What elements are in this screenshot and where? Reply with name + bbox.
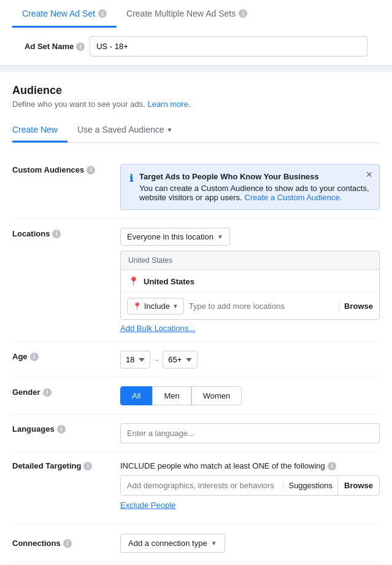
tab-create-multiple-ad-sets[interactable]: Create Multiple New Ad Sets i	[117, 0, 257, 28]
custom-audiences-banner: ℹ Target Ads to People Who Know Your Bus…	[120, 164, 380, 210]
audience-tabs: Create New Use a Saved Audience ▼	[12, 119, 380, 143]
info-banner-text: Target Ads to People Who Know Your Busin…	[139, 172, 371, 202]
learn-more-link[interactable]: Learn more.	[147, 99, 190, 109]
detailed-targeting-content: INCLUDE people who match at least ONE of…	[120, 461, 380, 510]
custom-audiences-content: ℹ Target Ads to People Who Know Your Bus…	[120, 164, 380, 210]
locations-info-icon[interactable]: i	[52, 230, 61, 238]
location-pin-icon: 📍	[128, 276, 139, 286]
location-add-row: 📍 Include ▼ Browse	[121, 293, 379, 319]
gender-info-icon[interactable]: i	[43, 388, 52, 397]
ad-set-name-row: Ad Set Name i	[12, 28, 380, 65]
detailed-targeting-subtitle-info[interactable]: i	[328, 462, 336, 470]
include-dropdown[interactable]: 📍 Include ▼	[127, 298, 184, 314]
languages-info-icon[interactable]: i	[57, 425, 66, 434]
info-banner-icon: ℹ	[129, 173, 133, 202]
gender-women-button[interactable]: Women	[191, 386, 242, 405]
location-search-input[interactable]	[189, 300, 334, 312]
detailed-targeting-info-icon[interactable]: i	[83, 462, 92, 470]
detailed-targeting-subtitle: INCLUDE people who match at least ONE of…	[120, 461, 380, 470]
include-dropdown-chevron: ▼	[172, 303, 179, 310]
gender-content: All Men Women	[120, 386, 380, 405]
locations-label: Locations i	[12, 228, 110, 238]
ad-set-name-label: Ad Set Name i	[25, 42, 85, 51]
ad-set-name-info-icon[interactable]: i	[76, 42, 85, 51]
ad-set-name-input[interactable]	[90, 36, 367, 56]
location-box: United States 📍 United States 📍 Include …	[120, 251, 380, 320]
connections-info-icon[interactable]: i	[63, 539, 72, 548]
saved-audience-chevron: ▼	[167, 127, 173, 133]
locations-content: Everyone in this location ▼ United State…	[120, 228, 380, 333]
age-row: Age i 18 - 65+	[12, 342, 380, 378]
connections-label: Connections i	[12, 539, 110, 548]
tab-saved-audience[interactable]: Use a Saved Audience ▼	[77, 119, 183, 142]
custom-audiences-row: Custom Audiences i ℹ Target Ads to Peopl…	[12, 155, 380, 219]
locations-row: Locations i Everyone in this location ▼ …	[12, 219, 380, 342]
location-browse-button[interactable]: Browse	[339, 302, 373, 311]
age-max-select[interactable]: 65+	[163, 351, 198, 368]
custom-audiences-info-icon[interactable]: i	[86, 166, 95, 174]
save-section: Save This Audience	[12, 562, 380, 565]
age-info-icon[interactable]: i	[30, 353, 39, 361]
exclude-people-link[interactable]: Exclude People	[120, 501, 175, 510]
languages-label: Languages i	[12, 423, 110, 434]
gender-row: Gender i All Men Women	[12, 378, 380, 415]
location-dropdown-chevron: ▼	[217, 233, 223, 240]
tab-create-new-ad-set[interactable]: Create New Ad Set i	[12, 0, 117, 28]
create-custom-audience-link[interactable]: Create a Custom Audience.	[244, 193, 342, 202]
connections-content: Add a connection type ▼	[120, 534, 225, 553]
languages-content	[120, 423, 380, 443]
custom-audiences-label: Custom Audiences i	[12, 164, 110, 174]
detailed-targeting-input[interactable]	[121, 476, 283, 495]
age-separator: -	[155, 355, 158, 364]
banner-title: Target Ads to People Who Know Your Busin…	[139, 172, 371, 181]
gender-buttons: All Men Women	[120, 386, 380, 405]
gender-label: Gender i	[12, 386, 110, 397]
age-min-select[interactable]: 18	[120, 351, 150, 368]
languages-row: Languages i	[12, 415, 380, 453]
detailed-targeting-label: Detailed Targeting i	[12, 461, 110, 470]
dt-browse-button[interactable]: Browse	[337, 476, 379, 495]
gender-men-button[interactable]: Men	[152, 386, 191, 405]
connections-row: Connections i Add a connection type ▼	[12, 525, 380, 562]
banner-close-icon[interactable]: ✕	[366, 170, 373, 179]
tab-create-new[interactable]: Create New	[12, 119, 67, 142]
location-item-us: 📍 United States	[121, 270, 379, 293]
tab-create-multiple-label: Create Multiple New Ad Sets	[126, 9, 236, 18]
age-controls: 18 - 65+	[120, 351, 380, 368]
language-input[interactable]	[120, 423, 380, 443]
location-type-dropdown[interactable]: Everyone in this location ▼	[120, 228, 230, 246]
add-connection-type-dropdown[interactable]: Add a connection type ▼	[120, 534, 225, 553]
location-name: United States	[144, 277, 194, 286]
tab-create-new-label: Create New Ad Set	[22, 9, 95, 18]
include-pin-icon: 📍	[133, 302, 142, 311]
location-header: United States	[121, 251, 379, 270]
gender-all-button[interactable]: All	[120, 386, 152, 405]
audience-section: Audience Define who you want to see your…	[0, 72, 392, 565]
age-label: Age i	[12, 351, 110, 361]
detailed-targeting-header: Detailed Targeting i INCLUDE people who …	[12, 461, 380, 510]
audience-title: Audience	[12, 84, 380, 97]
audience-subtitle: Define who you want to see your ads. Lea…	[12, 99, 380, 109]
detailed-targeting-input-row: Suggestions Browse	[120, 475, 380, 496]
tab-create-multiple-info-icon[interactable]: i	[239, 9, 247, 18]
bulk-locations-link[interactable]: Add Bulk Locations...	[120, 324, 195, 333]
tab-create-new-info-icon[interactable]: i	[98, 9, 107, 18]
age-content: 18 - 65+	[120, 351, 380, 368]
detailed-targeting-section: Detailed Targeting i INCLUDE people who …	[12, 453, 380, 525]
dt-suggestions-label[interactable]: Suggestions	[283, 481, 337, 490]
connection-dropdown-chevron: ▼	[211, 540, 217, 547]
